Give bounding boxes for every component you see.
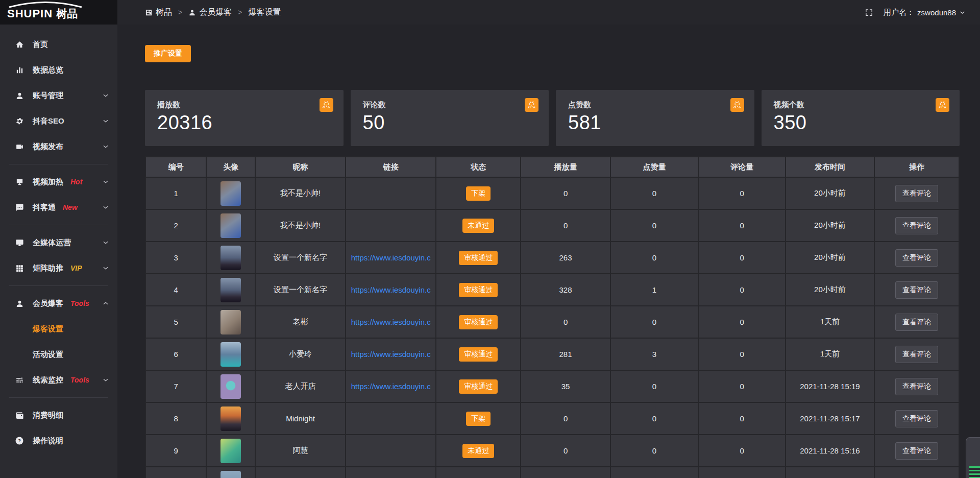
profile-link[interactable]: https://www.iesdouyin.c (351, 285, 431, 294)
sidebar-item[interactable]: 视频加热 Hot (0, 169, 117, 195)
table-header-row: 编号头像昵称链接状态播放量点赞量评论量发布时间操作 (145, 156, 960, 178)
sidebar-item[interactable]: 首页 (0, 32, 117, 57)
sidebar-divider (9, 164, 108, 164)
cell-plays: 0 (521, 403, 611, 435)
sidebar-item[interactable]: 数据总览 (0, 57, 117, 83)
status-badge: 审核通过 (459, 379, 498, 394)
monitor-icon (14, 238, 24, 247)
user-icon (14, 91, 24, 100)
view-comments-button[interactable]: 查看评论 (895, 249, 938, 267)
status-badge: 审核通过 (459, 347, 498, 362)
sidebar-item-label: 数据总览 (33, 65, 63, 75)
avatar (220, 342, 241, 367)
fullscreen-icon[interactable] (865, 8, 873, 17)
sidebar-item[interactable]: ? 操作说明 (0, 428, 117, 453)
sidebar-item-label: 账号管理 (33, 91, 63, 101)
profile-link[interactable]: https://www.iesdouyin.c (351, 253, 431, 262)
table-row: 9 阿慧 未通过 0 0 0 2021-11-28 15:16 查看评论 (145, 435, 960, 467)
cell-likes: 0 (611, 435, 699, 467)
view-comments-button[interactable]: 查看评论 (895, 346, 938, 363)
grid-icon (14, 264, 24, 273)
cell-id: 4 (145, 274, 207, 306)
gear-icon (14, 117, 24, 126)
cell-id: 5 (145, 306, 207, 339)
floating-widget[interactable] (966, 437, 980, 478)
sidebar-subitem[interactable]: 活动设置 (0, 342, 117, 367)
cell-status: 下架 (436, 403, 521, 435)
sidebar-item[interactable]: 抖客通 New (0, 195, 117, 220)
stat-card: 点赞数 581 总 (556, 90, 754, 146)
sidebar-subitem[interactable]: 爆客设置 (0, 316, 117, 342)
user-menu[interactable]: 用户名：zswodun88 (884, 8, 966, 17)
username-value: zswodun88 (917, 8, 956, 17)
breadcrumb-item-section[interactable]: 会员爆客 (188, 7, 232, 18)
sidebar-item[interactable]: 视频发布 (0, 134, 117, 159)
cell-action: 查看评论 (875, 178, 960, 210)
cell-time: 1天前 (786, 339, 875, 371)
cell-time: 20小时前 (786, 210, 875, 242)
cell-likes (611, 467, 699, 478)
cell-comments: 0 (699, 403, 786, 435)
cell-comments: 0 (699, 435, 786, 467)
sidebar-item-label: 抖音SEO (33, 116, 64, 126)
cell-id: 9 (145, 435, 207, 467)
profile-link[interactable]: https://www.iesdouyin.c (351, 318, 431, 326)
sidebar-item[interactable]: 矩阵助推 VIP (0, 255, 117, 281)
view-comments-button[interactable]: 查看评论 (895, 442, 938, 460)
view-comments-button[interactable]: 查看评论 (895, 314, 938, 331)
sidebar-item[interactable]: 消费明细 (0, 402, 117, 428)
stat-card: 播放数 20316 总 (145, 90, 344, 146)
app-logo[interactable]: SHUPIN 树品 (0, 0, 117, 25)
sidebar-item[interactable]: 全媒体运营 (0, 230, 117, 255)
profile-link[interactable]: https://www.iesdouyin.c (351, 350, 431, 358)
sidebar-item[interactable]: 账号管理 (0, 83, 117, 108)
cell-nickname: 我不是小帅! (256, 178, 346, 210)
cell-time: 20小时前 (786, 178, 875, 210)
sidebar-item-label: 首页 (33, 40, 48, 50)
cell-id (145, 467, 207, 478)
view-comments-button[interactable]: 查看评论 (895, 378, 938, 395)
cell-action: 查看评论 (875, 339, 960, 371)
stat-card: 视频个数 350 总 (762, 90, 960, 146)
status-badge: 未通过 (462, 219, 494, 233)
cell-status: 未通过 (436, 435, 521, 467)
avatar (220, 246, 241, 270)
table-row: 1 我不是小帅! 下架 0 0 0 20小时前 查看评论 (145, 178, 960, 210)
sidebar-divider (9, 285, 108, 286)
sidebar-item[interactable]: 会员爆客 Tools (0, 291, 117, 316)
cell-avatar (207, 274, 256, 306)
stat-total-badge: 总 (936, 98, 949, 112)
cell-link (346, 210, 436, 242)
view-comments-button[interactable]: 查看评论 (895, 217, 938, 234)
panel-icon (145, 9, 153, 16)
home-icon (14, 40, 24, 49)
cell-comments: 0 (699, 242, 786, 274)
stat-card: 评论数 50 总 (351, 90, 549, 146)
cell-link (346, 178, 436, 210)
promotion-settings-button[interactable]: 推广设置 (145, 45, 191, 62)
cell-nickname: Midnight (256, 403, 346, 435)
view-comments-button[interactable]: 查看评论 (895, 410, 938, 427)
avatar (220, 439, 241, 463)
main-content: 推广设置 播放数 20316 总 评论数 50 总 点赞数 581 总 视频个数… (117, 25, 980, 478)
profile-link[interactable]: https://www.iesdouyin.c (351, 382, 431, 391)
data-table-wrap: 编号头像昵称链接状态播放量点赞量评论量发布时间操作 1 我不是小帅! 下架 0 … (145, 156, 960, 478)
cell-id: 1 (145, 178, 207, 210)
table-body: 1 我不是小帅! 下架 0 0 0 20小时前 查看评论 2 我不是小帅! 未通… (145, 178, 960, 478)
sidebar-item-label: 会员爆客 (33, 299, 63, 308)
avatar (220, 374, 241, 399)
logo-arc (7, 2, 84, 8)
chevron-icon (102, 143, 109, 150)
stat-total-badge: 总 (320, 98, 333, 112)
cell-comments: 0 (699, 306, 786, 339)
view-comments-button[interactable]: 查看评论 (895, 185, 938, 202)
cell-nickname: 阿慧 (256, 435, 346, 467)
breadcrumb-item-home[interactable]: 树品 (145, 7, 172, 18)
sidebar-item[interactable]: 线索监控 Tools (0, 367, 117, 393)
view-comments-button[interactable]: 查看评论 (895, 281, 938, 299)
user-icon (14, 299, 24, 308)
cell-status: 未通过 (436, 210, 521, 242)
cell-time (786, 467, 875, 478)
topbar: 树品 > 会员爆客 > 爆客设置 用户名：zswodun88 (117, 0, 980, 25)
sidebar-item[interactable]: 抖音SEO (0, 108, 117, 134)
